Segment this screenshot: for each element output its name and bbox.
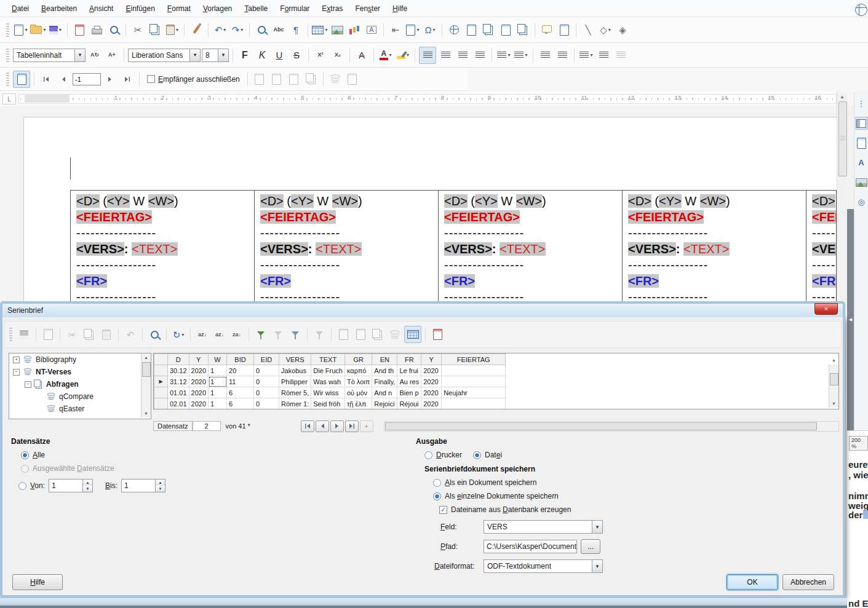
tree-item-nt-verses[interactable]: −NT-Verses — [9, 366, 151, 378]
export-as-pdf-button[interactable] — [71, 22, 87, 38]
align-center-button[interactable] — [437, 47, 453, 63]
scrollbar-thumb[interactable] — [142, 362, 151, 377]
font-color-button[interactable]: ▾ — [378, 47, 394, 63]
cell[interactable]: 2020 — [189, 398, 208, 409]
highlighting-color-button[interactable]: ▾ — [395, 47, 411, 63]
cell[interactable]: 1 — [209, 398, 227, 409]
redo-dropdown-arrow[interactable]: ▾ — [241, 27, 243, 33]
checkbox-icon[interactable] — [147, 75, 155, 83]
grid-horizontal-scrollbar[interactable] — [384, 421, 839, 432]
to-spinner[interactable]: 1 ▲▼ — [121, 479, 165, 492]
cell[interactable]: Le frui — [397, 365, 421, 376]
scrollbar-thumb[interactable] — [385, 422, 817, 430]
globe-icon[interactable] — [855, 4, 867, 16]
autofilter-button[interactable] — [253, 326, 269, 342]
sidebar-page-icon[interactable] — [855, 136, 868, 149]
column-header-en[interactable]: EN — [372, 354, 397, 365]
checkbox-icon[interactable]: ✓ — [439, 506, 447, 514]
unordered-list-dropdown-arrow[interactable]: ▾ — [508, 52, 510, 58]
chevron-down-icon[interactable]: ▼ — [592, 560, 602, 572]
clear-formatting-button[interactable]: A — [354, 47, 370, 63]
insert-table-dropdown-arrow[interactable]: ▾ — [325, 27, 327, 33]
cell[interactable] — [442, 365, 506, 376]
new-document-dropdown-arrow[interactable]: ▾ — [25, 27, 27, 33]
cell[interactable]: 1 — [209, 365, 227, 376]
insert-table-button[interactable]: ▾ — [312, 22, 328, 38]
cell[interactable]: Was wah — [311, 376, 345, 387]
record-number-field[interactable]: 2 — [193, 421, 221, 431]
line-spacing-dropdown-arrow[interactable]: ▾ — [590, 52, 592, 58]
highlighting-color-dropdown-arrow[interactable]: ▾ — [407, 52, 409, 58]
column-header-text[interactable]: TEXT — [311, 354, 345, 365]
unordered-list-button[interactable]: ▾ — [496, 47, 512, 63]
cell[interactable]: οὐ μόν — [344, 387, 372, 398]
merge-table-cell[interactable]: <D> (<Y> W <W>)<FEIERTAG>---------------… — [623, 191, 806, 318]
cell[interactable] — [442, 376, 506, 387]
row-header[interactable] — [154, 398, 168, 409]
explorer-on-off-button[interactable] — [404, 326, 421, 343]
ordered-list-dropdown-arrow[interactable]: ▾ — [525, 52, 527, 58]
cell[interactable]: 31.12 — [168, 376, 189, 387]
sidebar-navigator-icon[interactable]: ◎ — [855, 195, 868, 208]
insert-text-box-button[interactable]: A — [364, 22, 380, 38]
menu-fenster[interactable]: Fenster — [349, 2, 386, 15]
next-record-button[interactable] — [330, 420, 344, 432]
align-left-button[interactable] — [419, 47, 436, 64]
record-number-input[interactable] — [73, 73, 101, 85]
last-record-button[interactable] — [119, 71, 135, 87]
next-record-button[interactable] — [102, 71, 118, 87]
scroll-up-icon[interactable]: ▲ — [141, 353, 151, 361]
column-header-bid[interactable]: BID — [227, 354, 254, 365]
print-button[interactable] — [89, 22, 105, 38]
column-header-fr[interactable]: FR — [397, 354, 421, 365]
sort-descending-button[interactable]: za↓ — [229, 326, 245, 342]
tree-expander-icon[interactable]: − — [25, 381, 31, 388]
field-combo[interactable]: VERS ▼ — [484, 520, 603, 534]
cancel-merge-document-button[interactable] — [429, 326, 445, 342]
chevron-down-icon[interactable]: ▼ — [189, 49, 200, 61]
tree-item-qeaster[interactable]: qEaster — [9, 403, 151, 415]
decrease-indent-button[interactable] — [554, 47, 570, 63]
style-combo[interactable]: Tabelleninhalt▼ — [13, 49, 86, 62]
column-header-gr[interactable]: GR — [344, 354, 372, 365]
formatting-marks-button[interactable]: ¶ — [288, 22, 304, 38]
scrollbar-thumb[interactable] — [830, 373, 838, 385]
column-header-d[interactable]: D — [168, 354, 189, 365]
insert-endnote-button[interactable] — [480, 22, 496, 38]
sidebar-settings-icon[interactable]: ⋮ — [855, 97, 868, 110]
spin-up-icon[interactable]: ▲ — [156, 480, 165, 486]
menu-einfgen[interactable]: Einfügen — [120, 2, 160, 15]
sidebar-styles-icon[interactable]: A — [855, 156, 868, 169]
records-all-option[interactable]: Alle — [21, 451, 45, 459]
sort-button[interactable]: az↓ — [194, 326, 210, 342]
insert-image-button[interactable] — [329, 22, 345, 38]
records-range-option[interactable]: Von: 1 ▲▼ Bis: 1 ▲▼ — [18, 479, 165, 492]
column-header-eid[interactable]: EID — [254, 354, 279, 365]
cell[interactable]: Philipper — [279, 376, 311, 387]
cell[interactable]: 2020 — [189, 376, 208, 387]
grid-corner[interactable] — [154, 354, 168, 365]
merge-table-cell[interactable]: <D> (<Y> W <W>)<FEIERTAG>---------------… — [71, 191, 255, 318]
save-single-option[interactable]: Als ein Dokument speichern — [433, 478, 536, 487]
insert-bookmark-button[interactable] — [498, 22, 514, 38]
increase-indent-button[interactable] — [537, 47, 553, 63]
size-combo[interactable]: 8▼ — [202, 49, 229, 62]
cell[interactable]: Römer 1: — [279, 398, 311, 409]
redo-button[interactable]: ↷▾ — [229, 22, 245, 38]
cell[interactable]: τῇ ἐλπ — [344, 398, 372, 409]
cell[interactable]: Bien p — [397, 387, 421, 398]
sidebar-gallery-icon[interactable] — [855, 176, 868, 189]
toolbar-grip[interactable] — [9, 328, 12, 341]
scroll-up-icon[interactable]: ▲ — [837, 92, 847, 101]
open-button[interactable]: ▾ — [30, 22, 46, 38]
cell[interactable]: Die Fruch — [311, 365, 345, 376]
row-header[interactable]: ▶ — [154, 376, 168, 387]
menu-extras[interactable]: Extras — [316, 2, 348, 15]
paste-dropdown-arrow[interactable]: ▾ — [176, 27, 178, 33]
exclude-recipient-checkbox[interactable]: Empfänger ausschließen — [147, 75, 240, 84]
update-style-button[interactable]: A↻ — [87, 47, 103, 63]
menu-tabelle[interactable]: Tabelle — [239, 2, 273, 15]
superscript-button[interactable]: X² — [313, 47, 328, 63]
close-icon[interactable]: × — [814, 303, 838, 315]
cell[interactable]: Au res — [397, 376, 421, 387]
